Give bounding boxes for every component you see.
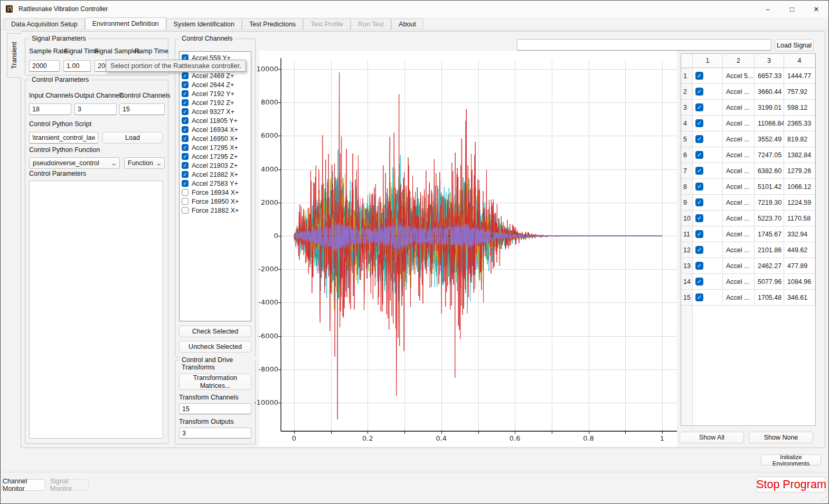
channel-item[interactable]: ✓Accel 7192 Z+ <box>180 98 251 107</box>
output-channels-input[interactable] <box>74 103 117 115</box>
load-script-button[interactable]: Load <box>102 132 163 144</box>
channel-monitor-button[interactable]: Channel Monitor <box>2 479 45 491</box>
signal-time-input[interactable] <box>63 60 91 72</box>
row-checkbox-cell: ✓ <box>693 242 723 258</box>
row-checkbox[interactable]: ✓ <box>695 72 703 80</box>
channel-checkbox[interactable] <box>182 189 189 196</box>
channel-checkbox[interactable]: ✓ <box>182 99 189 106</box>
sample-rate-input[interactable] <box>29 60 60 72</box>
row-checkbox[interactable]: ✓ <box>695 88 703 96</box>
channel-item[interactable]: Force 21882 X+ <box>180 206 251 215</box>
channel-checkbox[interactable]: ✓ <box>182 72 189 79</box>
uncheck-selected-button[interactable]: Uncheck Selected <box>179 341 251 353</box>
signal-file-input[interactable] <box>517 39 771 51</box>
channel-checkbox[interactable]: ✓ <box>182 144 189 151</box>
row-checkbox[interactable]: ✓ <box>695 214 703 222</box>
transformation-matrices-button[interactable]: Transformation Matrices... <box>179 374 251 390</box>
channel-checkbox[interactable]: ✓ <box>182 90 189 97</box>
channel-checkbox[interactable]: ✓ <box>182 180 189 187</box>
row-checkbox[interactable]: ✓ <box>695 278 703 286</box>
channel-checkbox[interactable] <box>182 198 189 205</box>
row-checkbox[interactable]: ✓ <box>695 183 703 191</box>
channel-checkbox[interactable]: ✓ <box>182 81 189 88</box>
control-channels-list[interactable]: ✓Accel 559 Y+✓✓Accel 2469 Z+✓Accel 2644 … <box>179 51 251 321</box>
channel-item[interactable]: ✓Accel 7192 Y+ <box>180 89 251 98</box>
tab-environment-definition[interactable]: Environment Definition <box>85 17 166 30</box>
transform-outputs-input[interactable] <box>179 427 251 439</box>
row-checkbox[interactable]: ✓ <box>695 230 703 238</box>
channel-checkbox[interactable]: ✓ <box>182 171 189 178</box>
row-number: 1 <box>681 68 693 84</box>
channel-label: Accel 9327 X+ <box>192 108 234 116</box>
channel-item[interactable]: Force 16950 X+ <box>180 197 251 206</box>
channel-item[interactable]: ✓Accel 16934 X+ <box>180 125 251 134</box>
tab-test-predictions[interactable]: Test Predictions <box>242 18 303 30</box>
channel-item[interactable]: ✓Accel 17295 Z+ <box>180 152 251 161</box>
channel-table[interactable]: 12341✓Accel 5...6657.331444.772✓Accel ..… <box>681 53 816 426</box>
channel-checkbox[interactable] <box>182 207 189 214</box>
tab-system-identification[interactable]: System Identification <box>166 18 242 30</box>
row-checkbox[interactable]: ✓ <box>695 103 703 111</box>
row-checkbox[interactable]: ✓ <box>695 293 703 301</box>
channel-checkbox[interactable]: ✓ <box>182 126 189 133</box>
tab-about[interactable]: About <box>391 18 423 30</box>
waveform-canvas[interactable] <box>259 51 677 446</box>
channel-checkbox[interactable]: ✓ <box>182 162 189 169</box>
control-function-select[interactable]: pseudoinverse_control ⌄ <box>29 157 120 169</box>
check-selected-button[interactable]: Check Selected <box>179 326 251 337</box>
channel-item[interactable]: ✓Accel 11805 Y+ <box>180 116 251 125</box>
stop-program-button[interactable]: Stop Program <box>757 477 826 492</box>
function-type-value: Function <box>128 159 153 167</box>
row-value-3: 3552.49 <box>755 131 784 147</box>
channel-item[interactable]: ✓Accel 21882 X+ <box>180 170 251 179</box>
input-channels-input[interactable] <box>29 103 71 115</box>
show-all-button[interactable]: Show All <box>680 432 744 443</box>
row-checkbox[interactable]: ✓ <box>695 246 703 254</box>
channel-checkbox[interactable]: ✓ <box>182 153 189 160</box>
channel-item[interactable]: ✓Accel 9327 X+ <box>180 107 251 116</box>
transform-channels-input[interactable] <box>179 403 251 414</box>
channel-checkbox[interactable]: ✓ <box>182 135 189 142</box>
control-script-path-input[interactable] <box>29 132 98 144</box>
minimize-button[interactable]: – <box>756 1 780 17</box>
row-checkbox[interactable]: ✓ <box>695 151 703 159</box>
row-value-4: 1066.12 <box>784 179 815 195</box>
channel-item[interactable]: ✓Accel 17295 X+ <box>180 143 251 152</box>
channel-checkbox[interactable]: ✓ <box>182 108 189 115</box>
row-value-4: 1382.84 <box>784 147 815 163</box>
x-tick-label: 0.6 <box>504 434 525 442</box>
close-button[interactable]: ✕ <box>804 1 828 17</box>
initialize-environments-button[interactable]: Initialize Environments <box>761 454 821 465</box>
control-channels-input[interactable] <box>119 103 165 115</box>
maximize-button[interactable]: □ <box>780 1 804 17</box>
tooltip: Select portion of the Rattlesnake contro… <box>106 60 246 72</box>
tab-data-acquisition-setup[interactable]: Data Acquisition Setup <box>4 18 85 30</box>
channel-checkbox[interactable]: ✓ <box>182 117 189 124</box>
load-signal-button[interactable]: Load Signal <box>775 39 814 51</box>
channel-item[interactable]: ✓Accel 21803 Z+ <box>180 161 251 170</box>
signal-plot[interactable]: 00.20.40.60.811000080006000400020000-200… <box>259 51 677 446</box>
row-checkbox[interactable]: ✓ <box>695 135 703 143</box>
row-checkbox[interactable]: ✓ <box>695 167 703 175</box>
channel-item[interactable]: ✓Accel 2469 Z+ <box>180 71 251 80</box>
show-none-button[interactable]: Show None <box>749 432 813 443</box>
row-checkbox[interactable]: ✓ <box>695 262 703 270</box>
column-header-1: 1 <box>693 54 723 68</box>
table-row: 3✓Accel ...3199.01598.12 <box>681 100 815 116</box>
row-number: 7 <box>681 163 693 179</box>
channel-item[interactable]: Force 16934 X+ <box>180 188 251 197</box>
resize-grip[interactable]: ⋰ <box>821 496 827 503</box>
channel-item[interactable]: ✓Accel 27583 Y+ <box>180 179 251 188</box>
environment-tab-transient[interactable]: Transient <box>7 33 21 78</box>
channel-item[interactable]: ✓Accel 2644 Z+ <box>180 80 251 89</box>
control-parameters-sublabel: Control Parameters <box>29 170 86 177</box>
channel-item[interactable]: ✓Accel 16950 X+ <box>180 134 251 143</box>
channel-label: Accel 17295 Z+ <box>192 153 238 160</box>
row-channel-name: Accel ... <box>723 226 755 242</box>
row-checkbox[interactable]: ✓ <box>695 119 703 127</box>
row-checkbox[interactable]: ✓ <box>695 198 703 206</box>
row-value-4: 819.82 <box>784 131 815 147</box>
channel-label: Accel 17295 X+ <box>192 144 238 151</box>
control-parameters-textarea[interactable] <box>29 180 163 439</box>
function-type-select[interactable]: Function ⌄ <box>124 157 165 169</box>
